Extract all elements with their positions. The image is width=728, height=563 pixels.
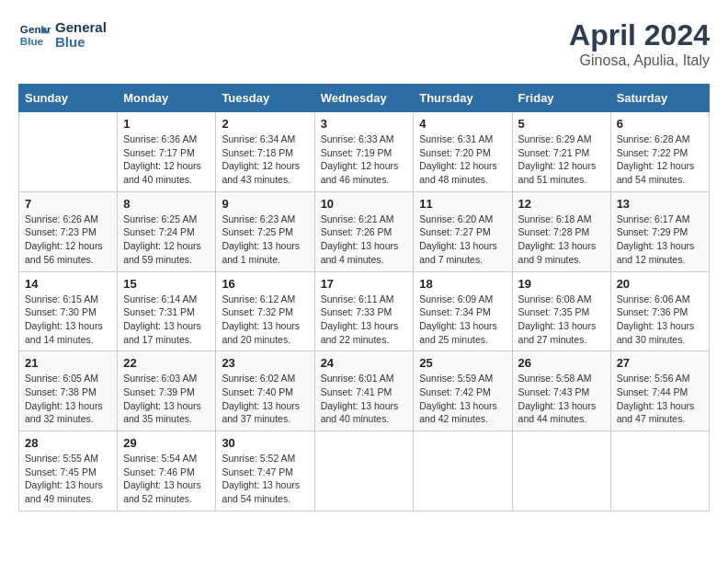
logo: General Blue General Blue xyxy=(18,18,107,52)
day-detail: Sunrise: 5:55 AMSunset: 7:45 PMDaylight:… xyxy=(25,452,111,506)
day-detail: Sunrise: 6:20 AMSunset: 7:27 PMDaylight:… xyxy=(419,213,506,267)
day-detail: Sunrise: 5:52 AMSunset: 7:47 PMDaylight:… xyxy=(222,452,308,506)
day-number: 3 xyxy=(321,117,408,131)
day-number: 18 xyxy=(419,277,506,291)
calendar-cell: 23Sunrise: 6:02 AMSunset: 7:40 PMDayligh… xyxy=(216,351,314,431)
calendar-cell xyxy=(19,112,118,192)
day-number: 26 xyxy=(518,356,605,370)
week-row-1: 1Sunrise: 6:36 AMSunset: 7:17 PMDaylight… xyxy=(19,112,710,192)
calendar-cell xyxy=(610,431,709,511)
page-header: General Blue General Blue April 2024 Gin… xyxy=(18,18,710,69)
calendar-cell: 2Sunrise: 6:34 AMSunset: 7:18 PMDaylight… xyxy=(216,112,314,192)
calendar-cell: 9Sunrise: 6:23 AMSunset: 7:25 PMDaylight… xyxy=(216,191,314,271)
calendar-cell: 30Sunrise: 5:52 AMSunset: 7:47 PMDayligh… xyxy=(216,431,314,511)
day-number: 27 xyxy=(617,356,703,370)
day-number: 2 xyxy=(222,117,308,131)
logo-text-blue: Blue xyxy=(55,35,107,51)
week-row-3: 14Sunrise: 6:15 AMSunset: 7:30 PMDayligh… xyxy=(19,271,710,351)
calendar-cell: 24Sunrise: 6:01 AMSunset: 7:41 PMDayligh… xyxy=(314,351,414,431)
calendar-cell: 5Sunrise: 6:29 AMSunset: 7:21 PMDaylight… xyxy=(512,112,610,192)
day-number: 8 xyxy=(123,197,210,211)
day-number: 13 xyxy=(617,197,703,211)
calendar-cell xyxy=(512,431,610,511)
weekday-header-sunday: Sunday xyxy=(19,85,118,112)
svg-text:Blue: Blue xyxy=(20,35,44,47)
day-number: 11 xyxy=(419,197,506,211)
day-number: 14 xyxy=(25,277,111,291)
day-detail: Sunrise: 6:12 AMSunset: 7:32 PMDaylight:… xyxy=(222,293,308,347)
week-row-5: 28Sunrise: 5:55 AMSunset: 7:45 PMDayligh… xyxy=(19,431,710,511)
day-number: 23 xyxy=(222,356,308,370)
calendar-cell: 13Sunrise: 6:17 AMSunset: 7:29 PMDayligh… xyxy=(610,191,709,271)
day-number: 4 xyxy=(419,117,506,131)
weekday-header-wednesday: Wednesday xyxy=(314,85,414,112)
calendar-cell: 7Sunrise: 6:26 AMSunset: 7:23 PMDaylight… xyxy=(19,191,118,271)
day-detail: Sunrise: 6:17 AMSunset: 7:29 PMDaylight:… xyxy=(617,213,703,267)
title-block: April 2024 Ginosa, Apulia, Italy xyxy=(569,18,710,69)
day-detail: Sunrise: 6:14 AMSunset: 7:31 PMDaylight:… xyxy=(123,293,210,347)
day-number: 9 xyxy=(222,197,308,211)
day-number: 20 xyxy=(617,277,703,291)
day-number: 28 xyxy=(25,436,111,450)
calendar-location: Ginosa, Apulia, Italy xyxy=(569,52,710,69)
day-detail: Sunrise: 6:08 AMSunset: 7:35 PMDaylight:… xyxy=(518,293,605,347)
calendar-cell: 16Sunrise: 6:12 AMSunset: 7:32 PMDayligh… xyxy=(216,271,314,351)
day-number: 12 xyxy=(518,197,605,211)
calendar-cell: 21Sunrise: 6:05 AMSunset: 7:38 PMDayligh… xyxy=(19,351,118,431)
weekday-header-thursday: Thursday xyxy=(414,85,512,112)
day-number: 16 xyxy=(222,277,308,291)
day-detail: Sunrise: 6:25 AMSunset: 7:24 PMDaylight:… xyxy=(123,213,210,267)
day-number: 6 xyxy=(617,117,703,131)
calendar-cell: 18Sunrise: 6:09 AMSunset: 7:34 PMDayligh… xyxy=(414,271,512,351)
calendar-cell: 8Sunrise: 6:25 AMSunset: 7:24 PMDaylight… xyxy=(118,191,216,271)
svg-text:General: General xyxy=(20,23,51,35)
day-detail: Sunrise: 6:02 AMSunset: 7:40 PMDaylight:… xyxy=(222,372,308,426)
calendar-cell: 28Sunrise: 5:55 AMSunset: 7:45 PMDayligh… xyxy=(19,431,118,511)
day-number: 19 xyxy=(518,277,605,291)
day-detail: Sunrise: 6:18 AMSunset: 7:28 PMDaylight:… xyxy=(518,213,605,267)
day-number: 1 xyxy=(123,117,210,131)
day-number: 10 xyxy=(321,197,408,211)
calendar-cell: 3Sunrise: 6:33 AMSunset: 7:19 PMDaylight… xyxy=(314,112,414,192)
day-detail: Sunrise: 6:09 AMSunset: 7:34 PMDaylight:… xyxy=(419,293,506,347)
day-detail: Sunrise: 6:06 AMSunset: 7:36 PMDaylight:… xyxy=(617,293,703,347)
day-number: 29 xyxy=(123,436,210,450)
day-detail: Sunrise: 5:59 AMSunset: 7:42 PMDaylight:… xyxy=(419,372,506,426)
day-detail: Sunrise: 6:28 AMSunset: 7:22 PMDaylight:… xyxy=(617,132,703,187)
day-number: 7 xyxy=(25,197,111,211)
calendar-cell: 27Sunrise: 5:56 AMSunset: 7:44 PMDayligh… xyxy=(610,351,709,431)
weekday-header-saturday: Saturday xyxy=(610,85,709,112)
day-detail: Sunrise: 6:15 AMSunset: 7:30 PMDaylight:… xyxy=(25,293,111,347)
logo-icon: General Blue xyxy=(18,18,51,52)
day-number: 5 xyxy=(518,117,605,131)
calendar-cell: 20Sunrise: 6:06 AMSunset: 7:36 PMDayligh… xyxy=(610,271,709,351)
day-detail: Sunrise: 6:03 AMSunset: 7:39 PMDaylight:… xyxy=(123,372,210,426)
day-number: 17 xyxy=(321,277,408,291)
day-detail: Sunrise: 6:11 AMSunset: 7:33 PMDaylight:… xyxy=(321,293,408,347)
day-number: 24 xyxy=(321,356,408,370)
calendar-cell: 22Sunrise: 6:03 AMSunset: 7:39 PMDayligh… xyxy=(118,351,216,431)
day-detail: Sunrise: 6:31 AMSunset: 7:20 PMDaylight:… xyxy=(419,132,506,187)
week-row-4: 21Sunrise: 6:05 AMSunset: 7:38 PMDayligh… xyxy=(19,351,710,431)
calendar-cell: 12Sunrise: 6:18 AMSunset: 7:28 PMDayligh… xyxy=(512,191,610,271)
calendar-cell xyxy=(414,431,512,511)
calendar-title: April 2024 xyxy=(569,18,710,52)
logo-text-general: General xyxy=(55,20,107,36)
day-detail: Sunrise: 6:26 AMSunset: 7:23 PMDaylight:… xyxy=(25,213,111,267)
day-number: 22 xyxy=(123,356,210,370)
day-number: 30 xyxy=(222,436,308,450)
calendar-table: SundayMondayTuesdayWednesdayThursdayFrid… xyxy=(18,84,710,511)
calendar-cell: 25Sunrise: 5:59 AMSunset: 7:42 PMDayligh… xyxy=(414,351,512,431)
week-row-2: 7Sunrise: 6:26 AMSunset: 7:23 PMDaylight… xyxy=(19,191,710,271)
weekday-header-row: SundayMondayTuesdayWednesdayThursdayFrid… xyxy=(19,85,710,112)
calendar-cell: 11Sunrise: 6:20 AMSunset: 7:27 PMDayligh… xyxy=(414,191,512,271)
weekday-header-monday: Monday xyxy=(118,85,216,112)
day-detail: Sunrise: 6:34 AMSunset: 7:18 PMDaylight:… xyxy=(222,132,308,187)
day-number: 15 xyxy=(123,277,210,291)
day-detail: Sunrise: 6:36 AMSunset: 7:17 PMDaylight:… xyxy=(123,132,210,187)
day-detail: Sunrise: 6:23 AMSunset: 7:25 PMDaylight:… xyxy=(222,213,308,267)
day-detail: Sunrise: 5:56 AMSunset: 7:44 PMDaylight:… xyxy=(617,372,703,426)
weekday-header-friday: Friday xyxy=(512,85,610,112)
calendar-cell: 29Sunrise: 5:54 AMSunset: 7:46 PMDayligh… xyxy=(118,431,216,511)
calendar-cell: 1Sunrise: 6:36 AMSunset: 7:17 PMDaylight… xyxy=(118,112,216,192)
